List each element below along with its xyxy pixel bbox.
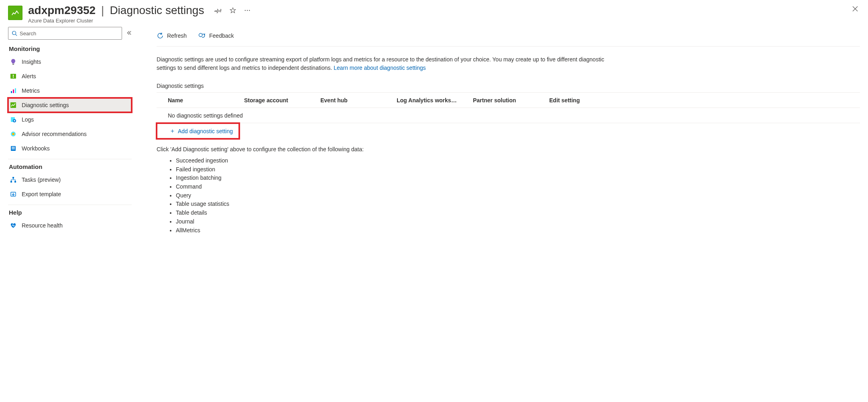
svg-rect-20 [10,181,12,183]
column-loganalytics: Log Analytics works… [397,97,473,104]
sidebar-item-label: Logs [22,116,34,123]
svg-rect-9 [13,89,14,93]
feedback-label: Feedback [209,32,234,39]
sidebar-item-label: Metrics [22,87,40,94]
collapse-sidebar-icon[interactable] [126,30,132,37]
sidebar-item-logs[interactable]: Logs [8,112,132,127]
svg-rect-8 [11,91,12,93]
sidebar-item-label: Tasks (preview) [22,177,61,183]
refresh-label: Refresh [167,32,187,39]
title-separator: | [101,4,104,17]
empty-state-text: No diagnostic settings defined [168,112,601,119]
add-diagnostic-setting-button[interactable]: ＋ Add diagnostic setting [157,123,239,139]
main-content: Refresh Feedback Diagnostic settings are… [132,27,860,235]
sidebar-item-metrics[interactable]: Metrics [8,83,132,98]
sidebar-item-tasks[interactable]: Tasks (preview) [8,173,132,187]
resource-icon [8,6,22,20]
metrics-icon [10,87,17,94]
data-category-item: Journal [176,217,860,226]
page-header: adxpm29352 | Diagnostic settings [8,4,860,27]
sidebar-item-label: Diagnostic settings [22,102,69,108]
sidebar: MonitoringInsightsAlertsMetricsDiagnosti… [8,27,132,235]
data-categories-list: Succeeded ingestionFailed ingestionInges… [157,156,860,235]
svg-point-3 [12,31,16,35]
refresh-button[interactable]: Refresh [157,32,187,39]
svg-point-15 [12,133,14,135]
description-text: Diagnostic settings are used to configur… [157,55,622,72]
resource-type: Azure Data Explorer Cluster [28,18,252,24]
data-category-item: Ingestion batching [176,174,860,183]
svg-rect-17 [12,147,15,148]
sidebar-group-title: Help [9,209,132,216]
svg-rect-21 [14,181,16,183]
sidebar-group-title: Monitoring [9,45,132,52]
sidebar-item-label: Resource health [22,222,63,229]
sidebar-item-label: Export template [22,191,61,197]
data-category-item: Table usage statistics [176,200,860,209]
feedback-icon [198,32,206,39]
svg-rect-4 [12,64,14,65]
sidebar-item-insights[interactable]: Insights [8,55,132,69]
bulb-icon [10,58,17,65]
data-category-item: Succeeded ingestion [176,156,860,165]
search-input[interactable] [20,30,118,37]
logs-icon [10,116,17,123]
diagnostic-icon [10,102,17,109]
plus-icon: ＋ [169,127,175,135]
svg-rect-18 [12,148,15,149]
workbooks-icon [10,145,17,152]
svg-rect-10 [15,88,16,93]
sidebar-search[interactable] [8,27,122,40]
column-partner: Partner solution [473,97,549,104]
svg-point-0 [245,10,246,11]
svg-rect-7 [13,77,14,78]
table-empty-row: No diagnostic settings defined [157,108,860,123]
svg-point-1 [247,10,248,11]
sidebar-group-title: Automation [9,163,132,170]
svg-point-23 [199,33,202,37]
config-hint: Click 'Add Diagnostic setting' above to … [157,146,860,152]
toolbar: Refresh Feedback [157,28,860,44]
close-icon[interactable] [850,4,860,14]
data-category-item: Query [176,191,860,200]
svg-rect-19 [12,177,14,179]
sidebar-item-alerts[interactable]: Alerts [8,69,132,83]
learn-more-link[interactable]: Learn more about diagnostic settings [334,65,426,71]
data-category-item: Command [176,183,860,191]
sidebar-item-label: Workbooks [22,145,50,152]
search-icon [12,30,17,36]
data-category-item: Table details [176,209,860,217]
sidebar-item-advisor[interactable]: Advisor recommendations [8,127,132,141]
advisor-icon [10,130,17,138]
sidebar-item-label: Alerts [22,73,36,79]
sidebar-item-resourcehealth[interactable]: Resource health [8,218,132,233]
sidebar-item-diagnostic[interactable]: Diagnostic settings [8,98,132,112]
feedback-button[interactable]: Feedback [198,32,234,39]
svg-point-2 [249,10,250,11]
data-category-item: Failed ingestion [176,165,860,174]
resource-name: adxpm29352 [28,4,96,17]
sidebar-item-workbooks[interactable]: Workbooks [8,141,132,156]
export-icon [10,191,17,198]
alert-icon [10,73,17,80]
favorite-icon[interactable] [228,6,238,15]
sidebar-item-label: Advisor recommendations [22,131,87,137]
svg-rect-6 [13,75,14,77]
column-edit: Edit setting [549,97,601,104]
sidebar-item-export[interactable]: Export template [8,187,132,201]
add-diagnostic-label: Add diagnostic setting [178,128,233,134]
diagnostic-settings-table: Name Storage account Event hub Log Analy… [157,92,860,139]
column-storage: Storage account [244,97,320,104]
pin-icon[interactable] [214,6,223,15]
health-icon [10,222,17,229]
table-section-label: Diagnostic settings [157,83,860,89]
data-category-item: AllMetrics [176,226,860,235]
tasks-icon [10,176,17,183]
sidebar-item-label: Insights [22,59,41,65]
more-icon[interactable] [242,6,252,15]
page-title: Diagnostic settings [110,4,204,17]
refresh-icon [157,32,164,39]
column-name: Name [168,97,244,104]
table-header: Name Storage account Event hub Log Analy… [157,93,860,108]
column-eventhub: Event hub [320,97,397,104]
